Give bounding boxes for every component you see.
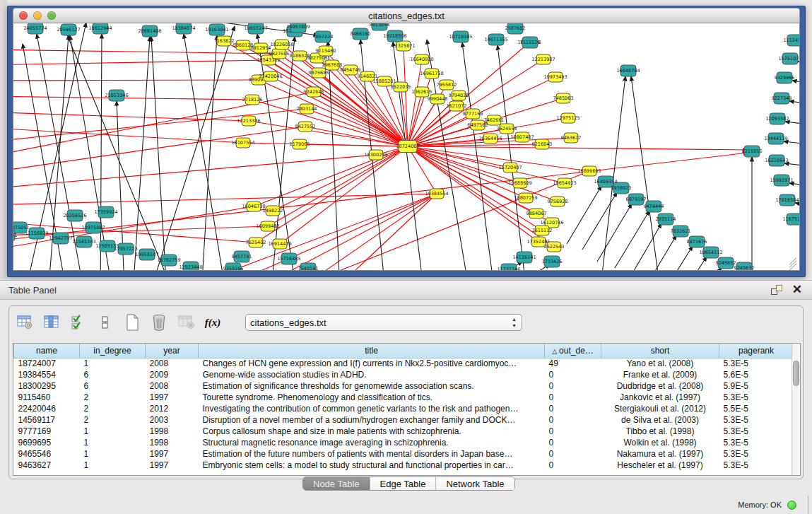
network-node[interactable]: 15992971 [770,175,793,186]
column-header-name[interactable]: name [14,344,80,358]
network-node[interactable]: 21053346 [105,90,128,101]
network-node[interactable]: 1875051 [13,222,29,233]
table-row[interactable]: 1938455462009Genome-wide association stu… [14,369,794,380]
network-node[interactable]: 7832621 [671,226,691,237]
network-node[interactable]: 20596127 [57,24,80,35]
network-node[interactable]: 7857224 [313,31,334,42]
network-node[interactable]: 9245632 [734,262,755,271]
table-row[interactable]: 1456911722003Disruption of a novel membe… [14,414,794,426]
show-columns-icon[interactable] [43,313,60,332]
tab-network-table[interactable]: Network Table [436,477,514,490]
network-node[interactable]: 8427552 [295,122,316,132]
network-node[interactable]: 18612944 [88,23,112,34]
network-node[interactable]: 9245652 [716,257,736,269]
table-row[interactable]: 2242004622012Investigating the contribut… [14,403,794,414]
network-node[interactable]: 7625402 [246,238,266,247]
delete-table-icon[interactable] [177,313,194,332]
float-panel-icon[interactable] [771,285,782,295]
new-column-icon[interactable] [124,313,141,332]
table-row[interactable]: 969969511998Structural magnetic resonanc… [14,437,794,448]
table-row[interactable]: 946554611997Estimation of the future num… [14,448,794,460]
network-node[interactable]: 10719185 [449,31,472,42]
network-canvas[interactable]: 1872400718300295117006518107554122133862… [13,23,800,271]
network-node[interactable]: 9457791 [232,251,252,262]
column-header-year[interactable]: year [146,344,199,358]
network-node[interactable]: 18384574 [172,23,195,34]
network-node[interactable]: 8471676 [687,236,707,247]
network-node[interactable]: 10655247 [244,23,267,34]
network-node[interactable]: 12975125 [556,113,579,123]
table-scrollbar[interactable] [792,344,800,475]
network-node[interactable]: 14671355 [484,34,507,45]
network-node[interactable]: 7540141 [298,263,319,271]
table-row[interactable]: 1830029562008Estimation of significance … [14,380,794,392]
column-header-title[interactable]: title [199,344,545,358]
select-all-icon[interactable] [70,313,87,332]
network-node[interactable]: 17359924 [94,206,117,218]
network-node[interactable]: 12093582 [765,113,789,124]
table-row[interactable]: 911546021997Tourette syndrome. Phenomeno… [14,392,794,403]
network-node[interactable]: 7485063 [553,93,574,103]
network-node[interactable]: 20206526 [63,210,86,221]
table-row[interactable]: 1872400712008Changes of HCN gene express… [14,358,794,369]
network-node[interactable]: 2587682 [505,23,526,34]
table-settings-icon[interactable] [16,313,33,332]
network-node[interactable]: 16961758 [420,69,443,78]
table-selector-dropdown[interactable]: citations_edges.txt ▲▼ [245,314,522,331]
network-node[interactable]: 10688609 [508,178,531,188]
network-node[interactable]: 1170065 [290,139,310,149]
network-node[interactable]: 8215955 [742,146,763,157]
network-node[interactable]: 8466160 [351,28,371,40]
network-node[interactable]: 19958107 [135,249,158,260]
delete-column-icon[interactable] [151,313,167,332]
network-window[interactable]: citations_edges.txt 18724007183002951170… [7,6,806,277]
table-row[interactable]: 977716911998Corpus callosum shape and si… [14,426,794,437]
network-node[interactable]: 19218506 [383,30,406,42]
network-node[interactable]: 7955812 [437,80,457,90]
network-node[interactable]: 20364456 [478,134,502,144]
network-node[interactable]: 17016504 [775,194,799,206]
network-node[interactable]: 18300295 [364,150,387,160]
network-node[interactable]: 2718126 [242,95,263,105]
network-node[interactable]: 13444139 [764,133,787,144]
network-node[interactable]: 18107554 [231,138,254,148]
column-header-pagerank[interactable]: pagerank [719,344,794,358]
table-scrollbar-thumb[interactable] [793,361,799,386]
column-header-short[interactable]: short [601,344,719,358]
network-node[interactable]: 9329966 [775,72,795,83]
resize-grip-icon[interactable] [788,259,798,269]
network-node[interactable]: 16648784 [616,65,640,76]
network-node[interactable]: 1362615 [412,87,433,97]
network-node[interactable]: 16210643 [765,155,788,166]
network-node[interactable]: 19163841 [205,24,228,35]
network-node[interactable]: 18724007 [396,141,419,153]
network-node[interactable]: 9756928 [548,197,568,206]
network-node[interactable]: 12213386 [237,116,260,126]
network-node[interactable]: 1621072 [447,101,467,111]
network-node[interactable]: 2803144 [297,104,317,114]
network-node[interactable]: 9794028 [449,90,469,100]
clear-selection-icon[interactable] [97,313,114,332]
network-node[interactable]: 9474444 [644,201,664,212]
network-node[interactable]: 12325871 [392,41,415,51]
close-panel-icon[interactable]: ✕ [792,285,802,295]
network-node[interactable]: 9350166 [223,263,244,271]
network-node[interactable]: 24055724 [23,23,47,34]
network-window-titlebar[interactable]: citations_edges.txt [13,8,800,23]
network-node[interactable]: 11124374 [783,35,800,46]
network-node[interactable]: 9990448 [428,94,448,104]
network-node[interactable]: 16914479 [268,239,291,249]
network-node[interactable]: 14136141 [512,252,536,263]
network-node[interactable]: 20691406 [138,25,161,37]
network-node[interactable]: 7515526 [520,37,541,48]
network-node[interactable]: 16640910 [410,54,433,64]
network-node[interactable]: 11675337 [782,214,800,225]
network-node[interactable]: 8813054 [370,23,390,30]
column-header-out_de[interactable]: △out_de… [545,344,601,358]
network-node[interactable]: 16782759 [157,255,180,266]
network-node[interactable]: 8938923 [611,182,632,194]
network-node[interactable]: 18226058 [270,40,293,49]
network-node[interactable]: 1733426 [542,256,563,267]
network-node[interactable]: 9227349 [772,93,792,104]
network-node[interactable]: 12213987 [531,54,555,64]
